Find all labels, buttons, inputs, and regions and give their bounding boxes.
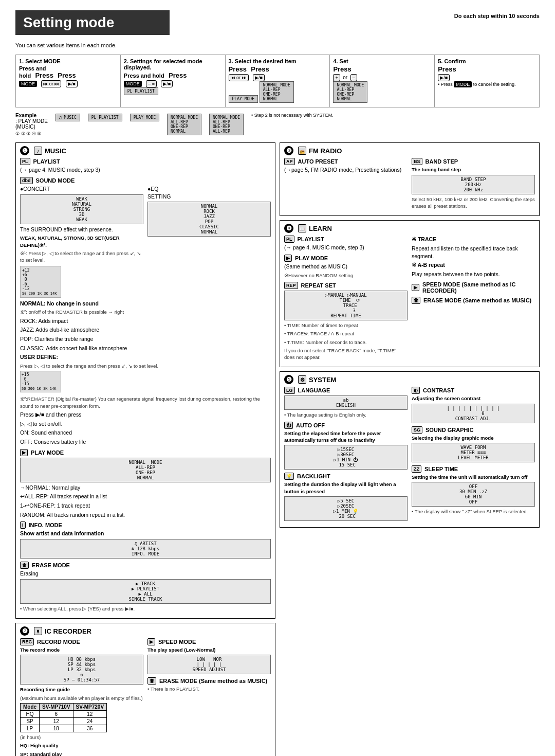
infomode-display: ♫ ARTIST≋ 128 kbpsINFO. MODE	[20, 539, 271, 559]
trace-title: ※ TRACE	[412, 236, 535, 243]
soundgraphic-desc: Selecting the display graphic mode	[412, 435, 535, 441]
learn-playmode-note: ※However no RANDOM setting.	[284, 272, 408, 279]
learn-playmode-label: PLAY MODE	[295, 255, 328, 261]
learn-playmode-icon: ▶	[284, 255, 292, 262]
backlight-title: 💡 BACKLIGHT	[284, 473, 408, 480]
autooff-subsection: ⏻ AUTO OFF Setting the elapsed time befo…	[284, 422, 408, 470]
ic-erasemode-subsection: 🗑 ERASE MODE (Same method as MUSIC) • Th…	[147, 677, 271, 692]
play-button-3[interactable]: ▶/■	[253, 74, 265, 81]
step-4: 4. Set Press + or – NORMAL MODEALL-REPON…	[330, 55, 435, 107]
example-playmode: PLAY MODE	[130, 113, 159, 136]
autooff-display: ▷15SEC▷30SEC▷1 MIN ⏻ 15 SEC	[284, 445, 408, 470]
press-hold-label-2: Press and hold	[124, 73, 164, 79]
language-note: • The language setting is English only.	[284, 411, 408, 418]
learn-playlist-icon: PL	[284, 236, 294, 243]
sp-label: SP: Standard play	[20, 751, 143, 756]
sleeptime-subsection: ZZ SLEEP TIME Setting the time the unit …	[412, 465, 535, 515]
page-title: Setting mode	[15, 10, 170, 35]
remaster-inst2: ▷, ◁ to set on/off.	[20, 420, 271, 428]
learn-right: ※ TRACE Repeat and listen to the specifi…	[412, 236, 535, 364]
plus-button[interactable]: +	[333, 74, 340, 81]
table-row-hq: HQ 6 12	[21, 711, 107, 718]
sleeptime-icon: ZZ	[412, 465, 421, 473]
contrast-desc: Adjusting the screen contrast	[412, 395, 535, 402]
infomode-icon: i	[20, 521, 26, 529]
step-1-num: 1. Select MODE	[19, 58, 117, 64]
table-header-720: SV-MP720V	[73, 704, 106, 711]
step-5-num: 5. Confirm	[438, 58, 536, 64]
example-music: ♫ MUSIC	[55, 113, 80, 136]
ic-recorder-section: ❷ IC RECORDER REC RECORD MODE The record…	[15, 623, 275, 756]
learn-left: PL PLAYLIST (→ page 4, MUSIC mode, step …	[284, 236, 408, 364]
hq-label: HQ: High quality	[20, 742, 143, 749]
learn-erasemode-label: ERASE MODE (Same method as MUSIC)	[423, 297, 531, 303]
ic-title: ❷ IC RECORDER	[20, 626, 271, 636]
example-display-3: NORMAL MODEALL-REPONE-REPNORMAL	[260, 81, 294, 103]
skip-button[interactable]: ⏮ or ⏭	[41, 80, 61, 87]
backlight-icon: 💡	[284, 473, 294, 480]
play-button-4[interactable]: ▶/■	[438, 74, 450, 81]
infomode-desc: Show artist and data information	[20, 530, 271, 537]
eq-button[interactable]: – =	[146, 80, 157, 87]
top-right-note: Do each step within 10 seconds	[454, 13, 540, 19]
backlight-subsection: 💡 BACKLIGHT Setting the duration the dis…	[284, 473, 408, 521]
step-3: 3. Select the desired item Press Press ⏮…	[226, 55, 330, 107]
page-container: Do each step within 10 seconds Setting m…	[0, 0, 555, 756]
step-5: 5. Confirm Press ▶/■ • Press MODE to can…	[435, 55, 539, 107]
repeatset-label: REPEAT SET	[301, 282, 336, 289]
play-button[interactable]: ▶/■	[66, 80, 78, 87]
remaster-off: OFF: Conserves battery life	[20, 438, 271, 446]
ic-erase-note: • There is no PLAYLIST.	[147, 686, 271, 692]
ab-title: ※ A-B repeat	[412, 261, 535, 269]
learn-speedmode-icon: ▶	[412, 284, 419, 291]
learn-title: ❹ LEARN	[284, 224, 535, 233]
fm-right: BS BAND STEP The tuning band step BAND S…	[412, 158, 535, 212]
recordmode-subsection: REC RECORD MODE The record mode HQ 88 kb…	[20, 638, 143, 756]
system-label: SYSTEM	[309, 376, 336, 384]
mode-button-2[interactable]: MODE	[124, 81, 142, 87]
hq-mode: HQ	[21, 711, 40, 718]
system-right: ◐ CONTRAST Adjusting the screen contrast…	[412, 387, 535, 524]
lp-710: 18	[40, 725, 73, 732]
backlight-display: ▷5 SEC▷20SEC▷1 MIN 💡 20 SEC	[284, 496, 408, 521]
learn-num: ❹	[284, 224, 293, 233]
language-label: LANGUAGE	[298, 387, 330, 393]
erasemode-title: 🗑 ERASE MODE	[20, 562, 271, 569]
soundmode-subsection: dbd SOUND MODE ●CONCERT WEAKNATURALSTRON…	[20, 177, 271, 392]
language-title: LG LANGUAGE	[284, 387, 408, 394]
bandstep-icon: BS	[412, 158, 422, 165]
ic-right: ▶ SPEED MODE The play speed (Low-Normal)…	[147, 638, 271, 756]
learn-icon	[298, 224, 306, 232]
remaster-inst1: Press ▶/■ and then press	[20, 411, 271, 419]
repeatset-b2: • TRACE※: TRACE / A-B repeat	[284, 330, 408, 337]
press-label-4: Press	[229, 65, 247, 73]
erasemode-label: ERASE MODE	[32, 562, 70, 568]
skip-button-2[interactable]: ⏮ or ⏭	[229, 74, 249, 81]
ic-num: ❷	[20, 626, 29, 636]
play-button-2[interactable]: ▶/■	[161, 80, 173, 87]
learn-section: ❹ LEARN PL PLAYLIST (→ page 4, MUSIC mod…	[280, 220, 540, 367]
contrast-label: CONTRAST	[423, 387, 454, 393]
jazz-desc: JAZZ: Adds club-like atmosphere	[20, 326, 271, 334]
backlight-desc: Setting the duration the display will li…	[284, 481, 408, 495]
erasemode-subsection: 🗑 ERASE MODE Erasing ▶ TRACK▶ PLAYLIST▶ …	[20, 562, 271, 612]
playlist-subsection: PL PLAYLIST (→ page 4, MUSIC mode, step …	[20, 158, 271, 174]
classic-desc: CLASSIC: Adds concert hall-like atmosphe…	[20, 345, 271, 352]
step-4-labels: Press	[333, 65, 431, 73]
autooff-icon: ⏻	[284, 422, 293, 429]
contrast-subsection: ◐ CONTRAST Adjusting the screen contrast…	[412, 387, 535, 423]
soundgraphic-subsection: SG SOUND GRAPHIC Selecting the display g…	[412, 426, 535, 462]
mode-button[interactable]: MODE	[19, 81, 37, 87]
surround-options: WEAK, NATURAL, STRONG, 3D SET(USER DEFIN…	[20, 235, 143, 248]
fm-left: AP AUTO PRESET (→page 5, FM RADIO mode, …	[284, 158, 408, 212]
learn-speedmode-title: ▶ SPEED MODE (Same method as IC RECORDER…	[412, 281, 535, 294]
infomode-label: INFO. MODE	[29, 522, 62, 528]
contrast-title: ◐ CONTRAST	[412, 387, 535, 394]
music-section: ❶ MUSIC PL PLAYLIST (→ page 4, MUSIC mod…	[15, 142, 275, 619]
sp-710: 12	[40, 718, 73, 725]
concert-label: ●CONCERT	[20, 185, 143, 193]
bandstep-subsection: BS BAND STEP The tuning band step BAND S…	[412, 158, 535, 209]
minus-button[interactable]: –	[350, 74, 357, 81]
autopreset-icon: AP	[284, 158, 295, 165]
ex-display-allrep: NORMAL MODEALL-REPONE-REPALL-REP	[209, 114, 244, 135]
